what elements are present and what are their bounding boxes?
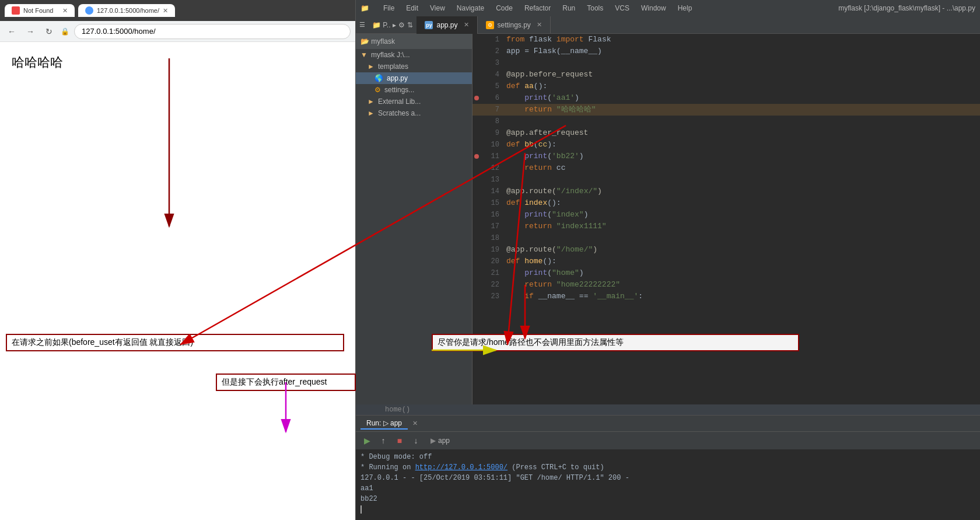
linecontent-21: print("home") [504, 267, 980, 279]
browser-tab-active[interactable]: 127.0.0.1:5000/home/ ✕ [78, 4, 175, 17]
home-call-text: home() [385, 406, 410, 414]
menu-view[interactable]: View [428, 3, 447, 13]
code-line-4: 4 @app.before_request [473, 69, 980, 81]
back-button[interactable]: ← [5, 25, 19, 39]
tab-app-py[interactable]: py app.py ✕ [416, 16, 477, 34]
linecontent-23: if __name__ == '__main__': [504, 291, 980, 302]
bp-15 [473, 197, 481, 209]
browser-content: 哈哈哈哈 [0, 42, 355, 83]
run-up-button[interactable]: ↑ [377, 434, 390, 447]
templates-folder-icon: ► [368, 62, 374, 71]
run-tab-close[interactable]: ✕ [412, 420, 418, 427]
linenum-18: 18 [481, 232, 504, 244]
forward-button[interactable]: → [23, 25, 37, 39]
linecontent-1: from flask import Flask [504, 34, 980, 46]
project-external-lib[interactable]: ► External Lib... [356, 96, 472, 107]
address-bar[interactable] [74, 24, 351, 39]
code-line-16: 16 print("index") [473, 209, 980, 221]
lock-icon: 🔒 [61, 27, 69, 36]
linenum-9: 9 [481, 127, 504, 139]
menu-help[interactable]: Help [676, 3, 695, 13]
menu-tools[interactable]: Tools [584, 3, 606, 13]
apppy-file-label: app.py [387, 74, 408, 82]
tab-settings-py[interactable]: ⚙ settings.py ✕ [478, 16, 551, 34]
bp-16 [473, 209, 481, 221]
bp-7 [473, 104, 481, 116]
linecontent-13 [504, 174, 980, 186]
browser-tab-not-found[interactable]: Not Found ✕ [5, 4, 75, 17]
linenum-3: 3 [481, 57, 504, 69]
project-apppy[interactable]: 🌎 app.py [356, 72, 472, 84]
myflask-label: myflask J:\... [371, 51, 410, 59]
run-stop-button[interactable]: ■ [393, 434, 406, 447]
tab-close-active-icon[interactable]: ✕ [163, 7, 168, 15]
tab-label: Not Found [23, 7, 53, 14]
menu-vcs[interactable]: VCS [612, 3, 632, 13]
tab-settings-close[interactable]: ✕ [537, 21, 542, 29]
breadcrumb-tools: ⚙ [398, 21, 405, 29]
linecontent-7: return "哈哈哈哈" [504, 104, 980, 116]
project-sidebar-toggle[interactable]: ☰ [356, 21, 369, 29]
linenum-1: 1 [481, 34, 504, 46]
apppy-file-icon: 🌎 [374, 74, 383, 82]
menu-window[interactable]: Window [639, 3, 668, 13]
sidebar-icon: ☰ [359, 21, 365, 29]
code-line-22: 22 return "home22222222" [473, 279, 980, 291]
code-line-8: 8 [473, 116, 980, 127]
myflask-folder-icon: ▼ [360, 51, 368, 59]
menu-navigate[interactable]: Navigate [454, 3, 487, 13]
bp-1 [473, 34, 481, 46]
linenum-16: 16 [481, 209, 504, 221]
linecontent-4: @app.before_request [504, 69, 980, 81]
code-line-2: 2 app = Flask(__name__) [473, 46, 980, 57]
run-output-line-1: * Debug mode: off [360, 452, 975, 462]
linenum-15: 15 [481, 197, 504, 209]
linenum-17: 17 [481, 221, 504, 232]
run-down-button[interactable]: ↓ [410, 434, 422, 447]
extlib-icon: ► [368, 97, 374, 106]
run-panel-tabs: Run: ▷ app ✕ [356, 416, 980, 432]
linecontent-22: return "home22222222" [504, 279, 980, 291]
menu-edit[interactable]: Edit [404, 3, 421, 13]
run-app-label-area: ▶ app [430, 437, 450, 445]
reload-button[interactable]: ↻ [42, 25, 56, 39]
tab-close-icon[interactable]: ✕ [62, 7, 68, 15]
linecontent-19: @app.route("/home/") [504, 244, 980, 256]
menu-file[interactable]: File [381, 3, 397, 13]
linenum-8: 8 [481, 116, 504, 127]
run-server-link[interactable]: http://127.0.0.1:5000/ [415, 463, 508, 472]
bp-4 [473, 69, 481, 81]
bp-12 [473, 162, 481, 174]
annotation-home-route: 尽管你是请求/home路径也不会调用里面方法属性等 [432, 334, 799, 351]
run-tab-run[interactable]: Run: ▷ app [360, 418, 408, 430]
code-line-1: 1 from flask import Flask [473, 34, 980, 46]
breadcrumb-project: 📁 P.. [372, 21, 390, 29]
project-templates[interactable]: ► templates [356, 61, 472, 72]
bp-21 [473, 267, 481, 279]
menu-run[interactable]: Run [560, 3, 578, 13]
bp-11 [473, 151, 481, 162]
linecontent-16: print("index") [504, 209, 980, 221]
bp-2 [473, 46, 481, 57]
settings-icon: ⚙ [486, 21, 494, 29]
menu-code[interactable]: Code [494, 3, 515, 13]
extlib-label: External Lib... [378, 97, 421, 106]
page-main-text: 哈哈哈哈 [12, 54, 344, 71]
linenum-11: 11 [481, 151, 504, 162]
linecontent-3 [504, 57, 980, 69]
run-app-icon: ▶ [430, 437, 436, 445]
bp-13 [473, 174, 481, 186]
project-scratches[interactable]: ► Scratches a... [356, 107, 472, 119]
run-restart-button[interactable]: ▶ [360, 434, 373, 447]
settings-file-label: settings... [384, 86, 414, 94]
tab-apppy-close[interactable]: ✕ [464, 21, 469, 29]
project-myflask[interactable]: ▼ myflask J:\... [356, 49, 472, 61]
project-settings[interactable]: ⚙ settings... [356, 84, 472, 96]
menu-refactor[interactable]: Refactor [522, 3, 553, 13]
tab-favicon-active [85, 6, 93, 15]
browser-tabbar: Not Found ✕ 127.0.0.1:5000/home/ ✕ [0, 0, 355, 21]
bp-8 [473, 116, 481, 127]
scratches-label: Scratches a... [378, 109, 421, 117]
browser-navbar: ← → ↻ 🔒 [0, 21, 355, 42]
home-call-bar: home() [356, 404, 980, 415]
